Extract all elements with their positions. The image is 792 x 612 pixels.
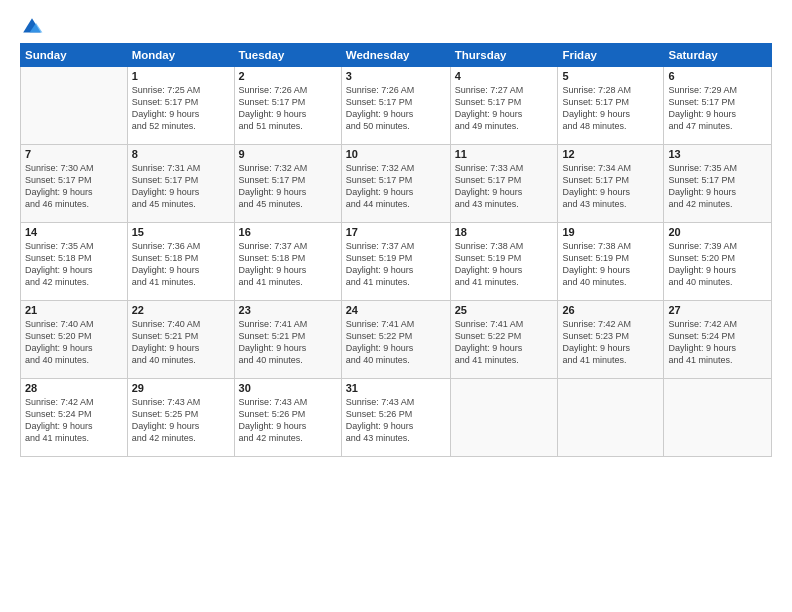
day-info: Sunrise: 7:35 AM Sunset: 5:18 PM Dayligh… <box>25 240 123 289</box>
day-info: Sunrise: 7:38 AM Sunset: 5:19 PM Dayligh… <box>562 240 659 289</box>
weekday-tuesday: Tuesday <box>234 44 341 67</box>
calendar-cell <box>450 379 558 457</box>
day-info: Sunrise: 7:35 AM Sunset: 5:17 PM Dayligh… <box>668 162 767 211</box>
day-info: Sunrise: 7:27 AM Sunset: 5:17 PM Dayligh… <box>455 84 554 133</box>
week-row-5: 28Sunrise: 7:42 AM Sunset: 5:24 PM Dayli… <box>21 379 772 457</box>
day-number: 20 <box>668 226 767 238</box>
day-number: 23 <box>239 304 337 316</box>
calendar-cell: 15Sunrise: 7:36 AM Sunset: 5:18 PM Dayli… <box>127 223 234 301</box>
calendar-table: SundayMondayTuesdayWednesdayThursdayFrid… <box>20 43 772 457</box>
day-number: 15 <box>132 226 230 238</box>
calendar-cell: 2Sunrise: 7:26 AM Sunset: 5:17 PM Daylig… <box>234 67 341 145</box>
day-info: Sunrise: 7:43 AM Sunset: 5:26 PM Dayligh… <box>239 396 337 445</box>
calendar-cell <box>21 67 128 145</box>
day-number: 17 <box>346 226 446 238</box>
day-number: 25 <box>455 304 554 316</box>
day-info: Sunrise: 7:38 AM Sunset: 5:19 PM Dayligh… <box>455 240 554 289</box>
day-info: Sunrise: 7:41 AM Sunset: 5:22 PM Dayligh… <box>455 318 554 367</box>
day-info: Sunrise: 7:41 AM Sunset: 5:22 PM Dayligh… <box>346 318 446 367</box>
day-number: 9 <box>239 148 337 160</box>
weekday-sunday: Sunday <box>21 44 128 67</box>
calendar-cell: 8Sunrise: 7:31 AM Sunset: 5:17 PM Daylig… <box>127 145 234 223</box>
day-number: 5 <box>562 70 659 82</box>
day-info: Sunrise: 7:42 AM Sunset: 5:24 PM Dayligh… <box>25 396 123 445</box>
calendar-cell: 17Sunrise: 7:37 AM Sunset: 5:19 PM Dayli… <box>341 223 450 301</box>
day-info: Sunrise: 7:33 AM Sunset: 5:17 PM Dayligh… <box>455 162 554 211</box>
calendar-cell: 14Sunrise: 7:35 AM Sunset: 5:18 PM Dayli… <box>21 223 128 301</box>
day-info: Sunrise: 7:42 AM Sunset: 5:24 PM Dayligh… <box>668 318 767 367</box>
day-info: Sunrise: 7:40 AM Sunset: 5:21 PM Dayligh… <box>132 318 230 367</box>
weekday-monday: Monday <box>127 44 234 67</box>
calendar-cell: 22Sunrise: 7:40 AM Sunset: 5:21 PM Dayli… <box>127 301 234 379</box>
day-info: Sunrise: 7:36 AM Sunset: 5:18 PM Dayligh… <box>132 240 230 289</box>
calendar-cell: 21Sunrise: 7:40 AM Sunset: 5:20 PM Dayli… <box>21 301 128 379</box>
header <box>20 15 772 39</box>
day-info: Sunrise: 7:43 AM Sunset: 5:25 PM Dayligh… <box>132 396 230 445</box>
calendar-cell: 20Sunrise: 7:39 AM Sunset: 5:20 PM Dayli… <box>664 223 772 301</box>
day-info: Sunrise: 7:32 AM Sunset: 5:17 PM Dayligh… <box>239 162 337 211</box>
calendar-cell: 6Sunrise: 7:29 AM Sunset: 5:17 PM Daylig… <box>664 67 772 145</box>
calendar-cell: 24Sunrise: 7:41 AM Sunset: 5:22 PM Dayli… <box>341 301 450 379</box>
logo <box>20 15 48 39</box>
day-number: 1 <box>132 70 230 82</box>
calendar-cell: 25Sunrise: 7:41 AM Sunset: 5:22 PM Dayli… <box>450 301 558 379</box>
day-info: Sunrise: 7:40 AM Sunset: 5:20 PM Dayligh… <box>25 318 123 367</box>
day-info: Sunrise: 7:34 AM Sunset: 5:17 PM Dayligh… <box>562 162 659 211</box>
day-number: 21 <box>25 304 123 316</box>
calendar-cell: 26Sunrise: 7:42 AM Sunset: 5:23 PM Dayli… <box>558 301 664 379</box>
calendar-cell: 10Sunrise: 7:32 AM Sunset: 5:17 PM Dayli… <box>341 145 450 223</box>
day-number: 8 <box>132 148 230 160</box>
day-info: Sunrise: 7:26 AM Sunset: 5:17 PM Dayligh… <box>346 84 446 133</box>
day-info: Sunrise: 7:29 AM Sunset: 5:17 PM Dayligh… <box>668 84 767 133</box>
page: SundayMondayTuesdayWednesdayThursdayFrid… <box>0 0 792 612</box>
day-number: 30 <box>239 382 337 394</box>
calendar-cell: 11Sunrise: 7:33 AM Sunset: 5:17 PM Dayli… <box>450 145 558 223</box>
day-number: 12 <box>562 148 659 160</box>
calendar-cell: 27Sunrise: 7:42 AM Sunset: 5:24 PM Dayli… <box>664 301 772 379</box>
week-row-4: 21Sunrise: 7:40 AM Sunset: 5:20 PM Dayli… <box>21 301 772 379</box>
week-row-3: 14Sunrise: 7:35 AM Sunset: 5:18 PM Dayli… <box>21 223 772 301</box>
calendar-cell: 16Sunrise: 7:37 AM Sunset: 5:18 PM Dayli… <box>234 223 341 301</box>
day-number: 29 <box>132 382 230 394</box>
day-info: Sunrise: 7:37 AM Sunset: 5:19 PM Dayligh… <box>346 240 446 289</box>
day-number: 3 <box>346 70 446 82</box>
day-number: 26 <box>562 304 659 316</box>
day-info: Sunrise: 7:41 AM Sunset: 5:21 PM Dayligh… <box>239 318 337 367</box>
day-info: Sunrise: 7:26 AM Sunset: 5:17 PM Dayligh… <box>239 84 337 133</box>
day-number: 6 <box>668 70 767 82</box>
weekday-wednesday: Wednesday <box>341 44 450 67</box>
week-row-2: 7Sunrise: 7:30 AM Sunset: 5:17 PM Daylig… <box>21 145 772 223</box>
day-number: 14 <box>25 226 123 238</box>
calendar-cell: 31Sunrise: 7:43 AM Sunset: 5:26 PM Dayli… <box>341 379 450 457</box>
day-info: Sunrise: 7:30 AM Sunset: 5:17 PM Dayligh… <box>25 162 123 211</box>
calendar-cell: 18Sunrise: 7:38 AM Sunset: 5:19 PM Dayli… <box>450 223 558 301</box>
day-number: 7 <box>25 148 123 160</box>
day-info: Sunrise: 7:32 AM Sunset: 5:17 PM Dayligh… <box>346 162 446 211</box>
day-number: 31 <box>346 382 446 394</box>
day-number: 4 <box>455 70 554 82</box>
day-info: Sunrise: 7:43 AM Sunset: 5:26 PM Dayligh… <box>346 396 446 445</box>
calendar-cell: 9Sunrise: 7:32 AM Sunset: 5:17 PM Daylig… <box>234 145 341 223</box>
calendar-cell: 1Sunrise: 7:25 AM Sunset: 5:17 PM Daylig… <box>127 67 234 145</box>
calendar-cell: 12Sunrise: 7:34 AM Sunset: 5:17 PM Dayli… <box>558 145 664 223</box>
calendar-cell: 7Sunrise: 7:30 AM Sunset: 5:17 PM Daylig… <box>21 145 128 223</box>
calendar-cell <box>664 379 772 457</box>
week-row-1: 1Sunrise: 7:25 AM Sunset: 5:17 PM Daylig… <box>21 67 772 145</box>
day-number: 19 <box>562 226 659 238</box>
day-number: 18 <box>455 226 554 238</box>
day-info: Sunrise: 7:28 AM Sunset: 5:17 PM Dayligh… <box>562 84 659 133</box>
weekday-friday: Friday <box>558 44 664 67</box>
day-info: Sunrise: 7:31 AM Sunset: 5:17 PM Dayligh… <box>132 162 230 211</box>
weekday-thursday: Thursday <box>450 44 558 67</box>
day-number: 10 <box>346 148 446 160</box>
weekday-saturday: Saturday <box>664 44 772 67</box>
calendar-cell: 28Sunrise: 7:42 AM Sunset: 5:24 PM Dayli… <box>21 379 128 457</box>
day-number: 11 <box>455 148 554 160</box>
day-number: 28 <box>25 382 123 394</box>
day-number: 22 <box>132 304 230 316</box>
day-number: 2 <box>239 70 337 82</box>
day-number: 16 <box>239 226 337 238</box>
day-info: Sunrise: 7:39 AM Sunset: 5:20 PM Dayligh… <box>668 240 767 289</box>
calendar-cell: 29Sunrise: 7:43 AM Sunset: 5:25 PM Dayli… <box>127 379 234 457</box>
logo-icon <box>20 15 44 39</box>
